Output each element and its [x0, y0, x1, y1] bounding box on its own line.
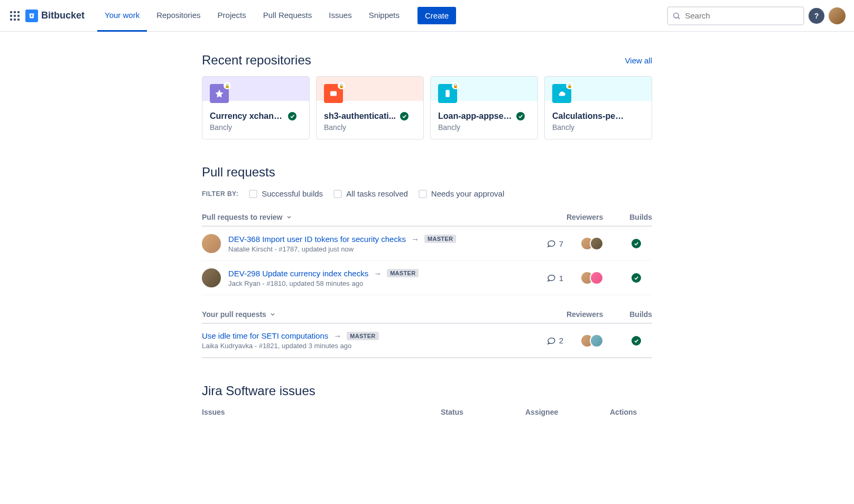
main-content: Recent repositories View all 🔒 Currency … — [189, 32, 665, 463]
reviewer-avatar — [590, 237, 604, 250]
global-header: Bitbucket Your work Repositories Project… — [0, 0, 854, 32]
repo-icon: 🔒 — [552, 84, 571, 103]
col-actions: Actions — [610, 408, 652, 416]
view-all-link[interactable]: View all — [625, 56, 652, 65]
check-icon — [632, 273, 641, 283]
lock-icon: 🔒 — [338, 82, 345, 89]
primary-nav: Your work Repositories Projects Pull Req… — [97, 0, 407, 32]
col-status: Status — [441, 408, 525, 416]
nav-tab-your-work[interactable]: Your work — [97, 0, 147, 32]
create-button[interactable]: Create — [417, 7, 456, 24]
checkbox-icon — [249, 190, 257, 198]
filter-successful-builds[interactable]: Successful builds — [249, 189, 323, 198]
reviewers-stack[interactable] — [571, 334, 613, 348]
repo-card[interactable]: 🔒 Calculations-per-ca... Bancly — [544, 76, 652, 139]
check-icon — [288, 112, 296, 120]
filter-all-tasks-resolved[interactable]: All tasks resolved — [333, 189, 408, 198]
check-icon — [516, 112, 525, 120]
search-icon — [672, 11, 681, 21]
repo-name: Currency xchange.. — [210, 111, 284, 121]
comment-icon — [546, 273, 556, 283]
search-input[interactable] — [685, 11, 799, 20]
pr-meta: Natalie Kirscht - #1787, updated just no… — [228, 245, 535, 253]
pull-requests-title: Pull requests — [202, 165, 652, 180]
pr-to-review-header: Pull requests to review Reviewers Builds — [202, 213, 652, 227]
pr-row[interactable]: DEV-368 Import user ID tokens for securi… — [202, 227, 652, 261]
pr-title-link[interactable]: Use idle time for SETI computations — [202, 331, 328, 340]
repo-icon: 🔒 — [438, 84, 457, 103]
comment-count[interactable]: 2 — [542, 336, 563, 346]
arrow-right-icon: → — [411, 235, 419, 244]
chevron-down-icon — [286, 214, 292, 220]
filter-by-label: FILTER BY: — [202, 190, 238, 198]
check-icon — [632, 239, 641, 248]
target-branch: MASTER — [387, 269, 419, 277]
col-builds: Builds — [629, 213, 652, 221]
repo-cards: 🔒 Currency xchange.. Bancly 🔒 sh3-authen… — [202, 76, 652, 139]
bitbucket-logo[interactable]: Bitbucket — [25, 10, 85, 22]
reviewer-avatar — [590, 334, 604, 348]
repo-org: Bancly — [438, 123, 530, 132]
pr-row[interactable]: DEV-298 Update currency index checks → M… — [202, 261, 652, 295]
svg-rect-3 — [445, 90, 450, 97]
author-avatar — [202, 234, 221, 253]
build-status[interactable] — [620, 239, 652, 248]
col-builds: Builds — [629, 310, 652, 319]
chevron-down-icon — [270, 311, 276, 318]
nav-tab-snippets[interactable]: Snippets — [361, 0, 407, 32]
pr-to-review-toggle[interactable]: Pull requests to review — [202, 213, 292, 221]
svg-line-1 — [678, 17, 680, 19]
comment-count[interactable]: 1 — [542, 273, 563, 283]
repo-org: Bancly — [210, 123, 302, 132]
your-pr-header: Your pull requests Reviewers Builds — [202, 310, 652, 324]
check-icon — [632, 336, 641, 346]
nav-tab-projects[interactable]: Projects — [210, 0, 254, 32]
repo-name: Calculations-per-ca... — [552, 111, 626, 121]
repo-name: Loan-app-appserv... — [438, 111, 512, 121]
reviewers-stack[interactable] — [571, 237, 613, 250]
repo-org: Bancly — [324, 123, 416, 132]
repo-name: sh3-authenticati... — [324, 111, 396, 121]
nav-tab-issues[interactable]: Issues — [321, 0, 359, 32]
build-status[interactable] — [620, 336, 652, 346]
target-branch: MASTER — [347, 332, 378, 340]
col-reviewers: Reviewers — [567, 213, 603, 221]
col-reviewers: Reviewers — [567, 310, 603, 319]
col-assignee: Assignee — [525, 408, 610, 416]
pr-title-link[interactable]: DEV-368 Import user ID tokens for securi… — [228, 235, 406, 244]
comment-count[interactable]: 7 — [542, 239, 563, 248]
pr-meta: Laika Kudryavka - #1821, updated 3 minut… — [202, 342, 535, 350]
repo-card[interactable]: 🔒 sh3-authenticati... Bancly — [316, 76, 424, 139]
search-box[interactable] — [667, 6, 804, 25]
reviewers-stack[interactable] — [571, 271, 613, 285]
build-status[interactable] — [620, 273, 652, 283]
pr-title-link[interactable]: DEV-298 Update currency index checks — [228, 269, 368, 278]
help-icon[interactable]: ? — [809, 8, 824, 24]
jira-issues-title: Jira Software issues — [202, 384, 652, 398]
nav-tab-pull-requests[interactable]: Pull Requests — [256, 0, 320, 32]
pr-filters: FILTER BY: Successful builds All tasks r… — [202, 189, 652, 198]
repo-card[interactable]: 🔒 Loan-app-appserv... Bancly — [430, 76, 538, 139]
lock-icon: 🔒 — [452, 82, 459, 89]
svg-point-0 — [674, 13, 679, 17]
svg-rect-2 — [330, 91, 337, 96]
col-issues: Issues — [202, 408, 441, 416]
pr-row[interactable]: Use idle time for SETI computations → MA… — [202, 324, 652, 358]
target-branch: MASTER — [424, 235, 456, 243]
arrow-right-icon: → — [333, 331, 341, 340]
repo-icon: 🔒 — [210, 84, 229, 103]
profile-avatar[interactable] — [829, 7, 846, 24]
app-switcher-icon[interactable] — [8, 10, 21, 22]
pr-meta: Jack Ryan - #1810, updated 58 minutes ag… — [228, 279, 535, 287]
jira-table-header: Issues Status Assignee Actions — [202, 408, 652, 421]
checkbox-icon — [333, 190, 342, 198]
nav-tab-repositories[interactable]: Repositories — [149, 0, 208, 32]
filter-needs-approval[interactable]: Needs your approval — [419, 189, 504, 198]
comment-icon — [546, 239, 556, 248]
arrow-right-icon: → — [374, 269, 382, 278]
your-pr-toggle[interactable]: Your pull requests — [202, 310, 276, 319]
comment-icon — [546, 336, 556, 346]
author-avatar — [202, 268, 221, 287]
repo-card[interactable]: 🔒 Currency xchange.. Bancly — [202, 76, 310, 139]
checkbox-icon — [419, 190, 427, 198]
